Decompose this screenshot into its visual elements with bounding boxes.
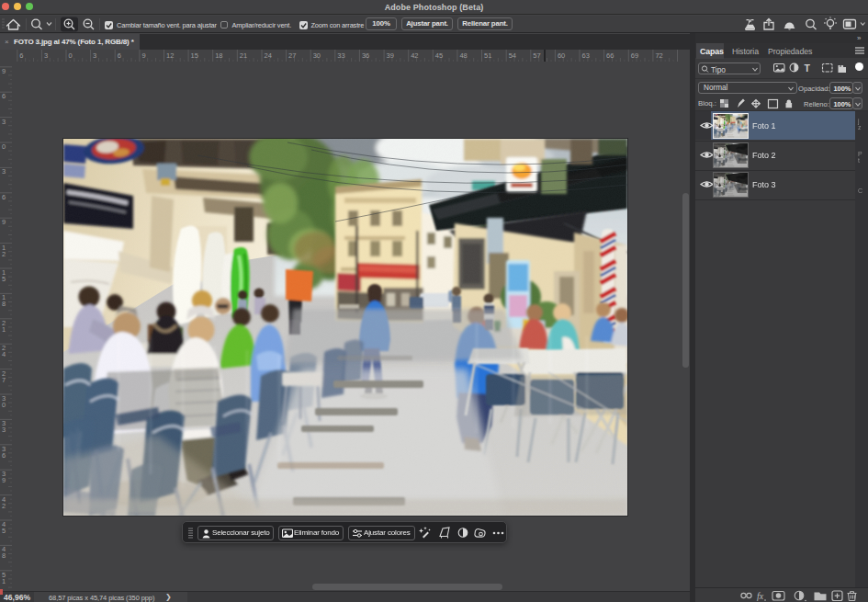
svg-text:21: 21 [240, 51, 247, 60]
svg-text:57: 57 [533, 51, 540, 60]
svg-text:9: 9 [2, 67, 6, 75]
svg-text:60: 60 [558, 51, 565, 60]
svg-text:4: 4 [2, 350, 6, 358]
svg-text:54: 54 [509, 51, 516, 60]
svg-text:12: 12 [166, 51, 174, 60]
svg-text:45: 45 [435, 51, 443, 60]
svg-text:6: 6 [2, 92, 6, 100]
svg-text:33: 33 [337, 51, 344, 60]
svg-text:72: 72 [655, 51, 662, 60]
svg-text:15: 15 [191, 51, 198, 60]
svg-text:Tipo: Tipo [711, 64, 726, 74]
svg-text:5: 5 [2, 275, 6, 283]
svg-text:8: 8 [2, 551, 6, 560]
svg-text:39: 39 [387, 51, 394, 60]
svg-text:3: 3 [93, 51, 96, 60]
svg-text:6: 6 [2, 193, 6, 201]
svg-text:63: 63 [582, 51, 590, 60]
svg-text:1: 1 [2, 577, 6, 585]
svg-text:2: 2 [2, 250, 6, 258]
svg-text:3: 3 [44, 51, 48, 60]
svg-text:30: 30 [313, 51, 321, 60]
svg-text:3: 3 [2, 426, 6, 434]
svg-text:27: 27 [288, 51, 296, 60]
svg-text:48: 48 [459, 51, 467, 60]
svg-text:6: 6 [118, 51, 121, 60]
svg-text:7: 7 [2, 376, 6, 384]
svg-text:69: 69 [631, 51, 638, 60]
svg-text:66: 66 [606, 51, 614, 60]
svg-text:51: 51 [484, 51, 491, 60]
svg-text:0: 0 [2, 401, 6, 409]
svg-text:8: 8 [2, 300, 6, 308]
svg-text:24: 24 [265, 51, 272, 60]
svg-text:9: 9 [141, 51, 145, 60]
svg-text:42: 42 [411, 51, 418, 60]
svg-text:0: 0 [69, 51, 73, 60]
svg-text:5: 5 [2, 527, 6, 535]
svg-text:36: 36 [362, 51, 369, 60]
svg-text:9: 9 [2, 218, 6, 226]
svg-text:18: 18 [215, 51, 222, 60]
svg-text:0: 0 [2, 142, 6, 151]
svg-text:T: T [805, 62, 811, 74]
svg-text:6: 6 [19, 51, 23, 60]
svg-text:fx: fx [757, 591, 764, 601]
svg-text:9: 9 [2, 476, 6, 484]
svg-text:3: 3 [2, 118, 6, 126]
svg-text:3: 3 [2, 167, 6, 176]
svg-text:6: 6 [2, 451, 6, 460]
svg-text:1: 1 [2, 325, 6, 334]
svg-text:2: 2 [2, 502, 6, 510]
